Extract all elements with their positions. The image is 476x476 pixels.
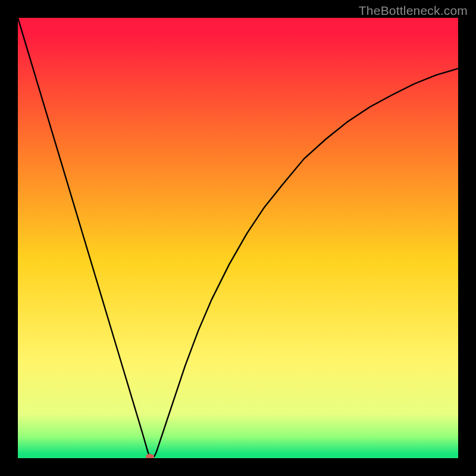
chart-frame: TheBottleneck.com bbox=[0, 0, 476, 476]
plot-area bbox=[18, 18, 458, 458]
watermark-label: TheBottleneck.com bbox=[359, 4, 468, 18]
bottleneck-chart bbox=[18, 18, 458, 458]
